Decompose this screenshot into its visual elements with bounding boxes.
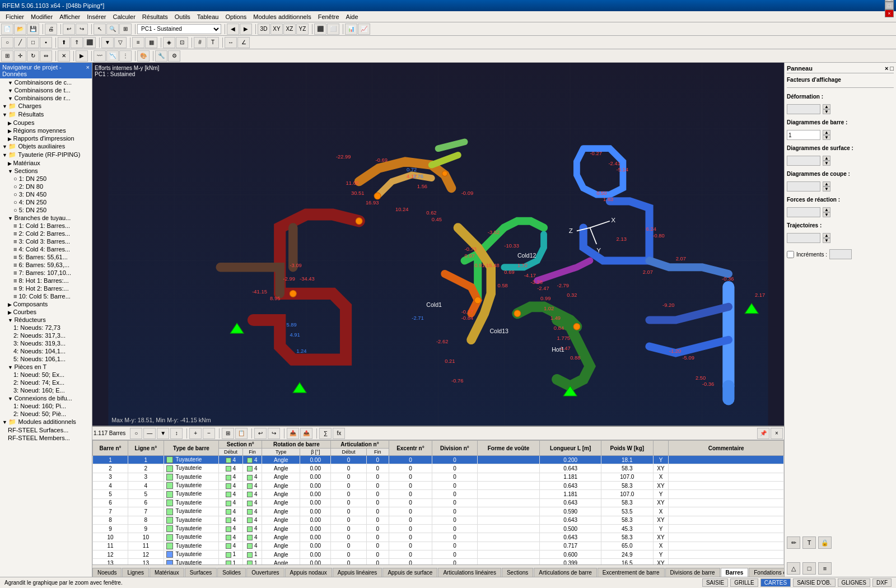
- bottom-panel-close[interactable]: ×: [771, 428, 783, 439]
- table-calc-btn[interactable]: ∑: [319, 428, 332, 439]
- tree-item-comb3[interactable]: Combinaisons de r...: [0, 94, 92, 102]
- deformation-spin-up[interactable]: ▲: [823, 104, 830, 109]
- data-table-container[interactable]: Barre n° Ligne n° Type de barre Section …: [92, 440, 784, 564]
- tree-item-rfsteel-memb[interactable]: RF-STEEL Members...: [0, 434, 92, 442]
- table-fx-btn[interactable]: fx: [333, 428, 345, 439]
- select-btn[interactable]: ↖: [94, 24, 106, 35]
- numbering-btn[interactable]: #: [194, 37, 206, 48]
- tree-item-modules[interactable]: 📁 Modules additionnels: [0, 418, 92, 426]
- run-btn[interactable]: ▶: [76, 50, 88, 62]
- tree-item-composants[interactable]: Composants: [0, 300, 92, 308]
- panel-lock-btn[interactable]: 🔒: [818, 536, 832, 549]
- tree-item-dn250-1[interactable]: ○ 1: DN 250: [0, 175, 92, 183]
- table-line-btn[interactable]: —: [143, 428, 156, 439]
- tree-item-dn450[interactable]: ○ 3: DN 450: [0, 190, 92, 198]
- tree-item-dn80[interactable]: ○ 2: DN 80: [0, 183, 92, 190]
- tree-item-reducteurs[interactable]: Réducteurs: [0, 316, 92, 324]
- tree-item-rfsteel-surf[interactable]: RF-STEEL Surfaces...: [0, 426, 92, 434]
- panel-triangle-btn[interactable]: △: [787, 562, 800, 575]
- menu-outils[interactable]: Outils: [171, 12, 194, 21]
- section-btn[interactable]: ≡: [132, 37, 144, 48]
- deformation-input[interactable]: [787, 104, 820, 114]
- table-row[interactable]: 3 3 Tuyauterie 4 4 Angle 0.00 0 0 0 0 1.…: [93, 473, 784, 481]
- status-dxf-btn[interactable]: DXF: [872, 578, 892, 587]
- menu-inserer[interactable]: Insérer: [83, 12, 109, 21]
- tree-item-tyauterie[interactable]: 📁 Tyauterie (RF-PIPING): [0, 151, 92, 159]
- tab-noeuds[interactable]: Noeuds: [92, 568, 122, 577]
- render-btn[interactable]: ⬛: [314, 24, 326, 35]
- load-surface-btn[interactable]: ⬛: [83, 37, 96, 48]
- diag-barre-spin-up[interactable]: ▲: [823, 130, 830, 135]
- yz-btn[interactable]: YZ: [296, 24, 309, 35]
- moment-btn[interactable]: 📉: [106, 50, 119, 62]
- table-row[interactable]: 7 7 Tuyauterie 4 4 Angle 0.00 0 0 0 0 0.…: [93, 507, 784, 516]
- increments-checkbox[interactable]: [787, 251, 794, 258]
- bottom-panel-pin[interactable]: 📌: [757, 428, 769, 439]
- close-btn[interactable]: ×: [885, 10, 894, 17]
- text-btn[interactable]: T: [207, 37, 219, 48]
- color-scale-btn[interactable]: 🎨: [137, 50, 150, 62]
- node-btn[interactable]: ○: [1, 37, 13, 48]
- tree-item-barres7[interactable]: ≡ 7: Barres: 107,10...: [0, 269, 92, 277]
- table-node-btn[interactable]: ○: [130, 428, 142, 439]
- tab-barres[interactable]: Barres: [721, 568, 749, 577]
- tree-item-coupes[interactable]: Coupes: [0, 119, 92, 127]
- mirror-btn[interactable]: ⇔: [40, 50, 52, 62]
- menu-calculer[interactable]: Calculer: [109, 12, 138, 21]
- tab-appuis-lineaires[interactable]: Appuis linéaires: [333, 568, 382, 577]
- tree-item-pieces[interactable]: Pièces en T: [0, 363, 92, 371]
- tab-sections[interactable]: Sections: [502, 568, 533, 577]
- status-glignes-btn[interactable]: GLIGNES: [838, 578, 870, 587]
- tree-item-comb2[interactable]: Combinaisons de t...: [0, 86, 92, 94]
- tree-item-noeud72[interactable]: 1: Noeuds: 72,73: [0, 324, 92, 332]
- table-row[interactable]: 8 8 Tuyauterie 4 4 Angle 0.00 0 0 0 0 0.…: [93, 516, 784, 524]
- tree-item-materiaux[interactable]: Matériaux: [0, 159, 92, 167]
- menu-fenetre[interactable]: Fenêtre: [315, 12, 343, 21]
- xz-btn[interactable]: XZ: [283, 24, 296, 35]
- load-line-btn[interactable]: ⇑: [71, 37, 83, 48]
- table-row[interactable]: 5 5 Tuyauterie 4 4 Angle 0.00 0 0 0 0 1.…: [93, 490, 784, 498]
- viewport[interactable]: Efforts internes M-y [kNm] PC1 : Sustain…: [92, 63, 784, 426]
- diag-surface-spin-up[interactable]: ▲: [823, 156, 830, 161]
- table-copy-btn[interactable]: ⊞: [222, 428, 234, 439]
- line-btn[interactable]: ╱: [14, 37, 26, 48]
- result-btn[interactable]: 📊: [345, 24, 357, 35]
- diag-surface-input[interactable]: [787, 156, 820, 166]
- delete-btn[interactable]: ✕: [58, 50, 70, 62]
- diag-barre-spin-down[interactable]: ▼: [823, 135, 830, 140]
- table-del-btn[interactable]: −: [203, 428, 215, 439]
- menu-resultats[interactable]: Résultats: [139, 12, 171, 21]
- table-row[interactable]: 12 12 Tuyauterie 1 1 Angle 0.00 0 0 0 0 …: [93, 550, 784, 558]
- table-row[interactable]: 10 10 Tuyauterie 4 4 Angle 0.00 0 0 0 0 …: [93, 533, 784, 542]
- table-filter-btn[interactable]: ▼: [157, 428, 169, 439]
- tree-item-hot1[interactable]: ≡ 8: Hot 1: Barres:...: [0, 277, 92, 284]
- status-saisie-ob-btn[interactable]: SAISIE D'OB.: [793, 578, 835, 587]
- tree-item-connexions[interactable]: Connexions de bifu...: [0, 394, 92, 402]
- table-import-btn[interactable]: 📥: [287, 428, 299, 439]
- tab-divisions[interactable]: Divisions de barre: [665, 568, 720, 577]
- tab-fondations[interactable]: Fondations élastiques de barre: [749, 568, 784, 577]
- menu-fichier[interactable]: Fichier: [2, 12, 27, 21]
- shear-btn[interactable]: ⋮: [119, 50, 132, 62]
- tab-solides[interactable]: Solides: [217, 568, 246, 577]
- redo-btn[interactable]: ↪: [76, 24, 88, 35]
- forces-spin-down[interactable]: ▼: [823, 212, 830, 217]
- diag-coupe-spin-up[interactable]: ▲: [823, 181, 830, 186]
- load-case-combo[interactable]: PC1 - Sustained: [137, 24, 221, 34]
- tree-item-objets[interactable]: 📁 Objets auxiliaires: [0, 142, 92, 151]
- tab-materiaux[interactable]: Matériaux: [150, 568, 184, 577]
- table-row[interactable]: 11 11 Tuyauterie 4 4 Angle 0.00 0 0 0 0 …: [93, 542, 784, 550]
- tab-appuis-nodaux[interactable]: Appuis nodaux: [285, 568, 332, 577]
- left-panel-close[interactable]: ×: [86, 64, 90, 77]
- tree-item-noeud106[interactable]: 5: Noeuds: 106,1...: [0, 355, 92, 363]
- diag-coupe-input[interactable]: [787, 181, 820, 192]
- table-row[interactable]: 2 2 Tuyauterie 4 4 Angle 0.00 0 0 0 0 0.…: [93, 464, 784, 473]
- dimension-btn[interactable]: ↔: [225, 37, 237, 48]
- eccentricity-btn[interactable]: ⊡: [176, 37, 188, 48]
- zoom-btn[interactable]: 🔍: [106, 24, 119, 35]
- deformation-btn[interactable]: 〰: [94, 50, 106, 62]
- open-btn[interactable]: 📂: [14, 24, 26, 35]
- tab-appuis-surface[interactable]: Appuis de surface: [382, 568, 437, 577]
- tree-item-hot2[interactable]: ≡ 9: Hot 2: Barres:...: [0, 284, 92, 292]
- tab-excentrement[interactable]: Excentrement de barre: [598, 568, 665, 577]
